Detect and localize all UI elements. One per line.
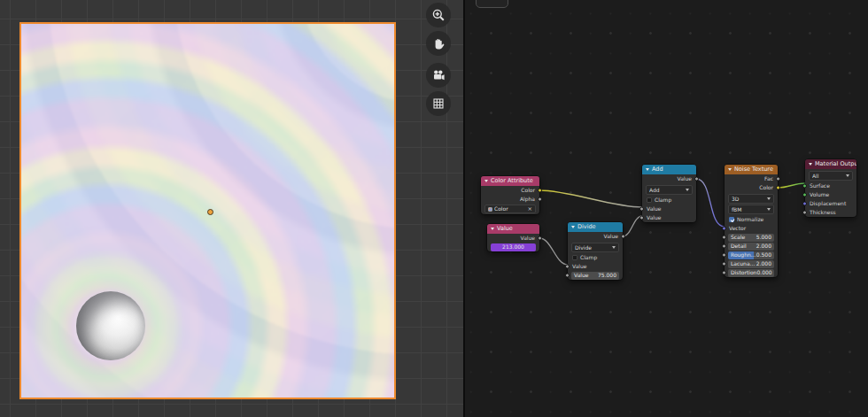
node-header[interactable]: Material Output (805, 159, 856, 169)
output-row: Fac (725, 174, 778, 183)
detail-slider-row: Detail 2.000 (725, 242, 778, 251)
output-row: Value (487, 234, 539, 243)
operation-dropdown[interactable]: Add (646, 185, 693, 195)
output-row: Color (725, 183, 778, 192)
slider-label: Lacuna... (731, 261, 755, 266)
object-origin-dot (207, 209, 213, 215)
operation-value: Add (649, 188, 684, 193)
distortion-slider[interactable]: Distortion 0.000 (728, 269, 774, 277)
image-viewport-panel[interactable] (0, 0, 463, 417)
value-input-socket[interactable] (565, 274, 570, 278)
distortion-slider-row: Distortion 0.000 (725, 268, 778, 277)
value-input-socket[interactable] (565, 265, 570, 269)
scale-slider[interactable]: Scale 5.000 (728, 234, 774, 242)
fac-output-socket[interactable] (776, 177, 780, 181)
value-output-socket[interactable] (694, 177, 699, 181)
surface-input-row: Surface (805, 181, 856, 190)
alpha-output-socket[interactable] (538, 197, 542, 202)
output-label: Color (521, 188, 535, 193)
lacunarity-input-socket[interactable] (722, 262, 726, 266)
slider-value: 213.000 (502, 244, 524, 250)
shader-node-editor-panel[interactable]: Color Attribute Color Alpha Color × Valu… (465, 0, 868, 417)
slider-label: Detail (731, 243, 747, 249)
slider-label: Distortion (731, 270, 756, 275)
node-header[interactable]: Color Attribute (481, 176, 539, 186)
node-add[interactable]: Add Value Add Clamp Value Value (642, 165, 696, 222)
chevron-down-icon[interactable] (571, 226, 575, 228)
chevron-down-icon[interactable] (491, 228, 494, 230)
value-input-socket[interactable] (639, 216, 644, 220)
node-color-attribute[interactable]: Color Attribute Color Alpha Color × (481, 176, 539, 214)
displacement-input-row: Displacement (805, 199, 856, 208)
roughness-slider[interactable]: Roughn... 0.500 (728, 251, 774, 259)
value-output-socket[interactable] (621, 235, 625, 239)
input-label: Volume (810, 192, 829, 197)
dimensions-dropdown[interactable]: 3D (728, 194, 774, 204)
volume-input-row: Volume (805, 190, 856, 199)
scale-input-socket[interactable] (722, 236, 726, 240)
attribute-name-field[interactable]: Color × (484, 205, 536, 213)
distortion-input-socket[interactable] (722, 271, 726, 275)
dimensions-value: 3D (732, 197, 765, 202)
operation-dropdown[interactable]: Divide (571, 243, 619, 252)
output-row: Value (642, 174, 696, 183)
pan-hand-icon[interactable] (426, 31, 451, 56)
output-label: Alpha (520, 197, 535, 202)
node-title: Color Attribute (491, 178, 533, 184)
detail-slider[interactable]: Detail 2.000 (728, 243, 774, 251)
clamp-checkbox[interactable] (572, 255, 577, 260)
output-label: Value (604, 234, 618, 239)
slider-value: 75.000 (598, 273, 616, 278)
surface-input-socket[interactable] (802, 184, 807, 189)
node-header[interactable]: Add (642, 165, 696, 174)
volume-input-socket[interactable] (802, 193, 807, 197)
node-noise-texture[interactable]: Noise Texture Fac Color 3D fBM Normalize (725, 165, 778, 277)
lacunarity-slider-row: Lacuna... 2.000 (725, 259, 778, 268)
value-slider[interactable]: Value 75.000 (571, 272, 619, 280)
chevron-down-icon[interactable] (809, 163, 812, 166)
input-label: Value (572, 264, 586, 269)
output-label: Value (521, 236, 535, 241)
input-row: Value (642, 213, 696, 222)
thickness-input-socket[interactable] (802, 211, 807, 215)
grid-toggle-icon[interactable] (426, 91, 451, 116)
normalize-checkbox[interactable] (729, 217, 734, 222)
clamp-row: Clamp (642, 196, 696, 205)
node-header[interactable]: Noise Texture (725, 165, 778, 174)
input-label: Value (647, 206, 661, 212)
target-dropdown[interactable]: All (809, 171, 853, 181)
value-output-socket[interactable] (538, 236, 542, 241)
thickness-input-row: Thickness (805, 208, 856, 217)
noise-type-dropdown[interactable]: fBM (728, 205, 774, 214)
input-label: Vector (729, 226, 746, 231)
clamp-label: Clamp (655, 197, 671, 203)
lacunarity-slider[interactable]: Lacuna... 2.000 (728, 260, 774, 268)
displacement-input-socket[interactable] (802, 202, 807, 206)
detail-input-socket[interactable] (722, 244, 726, 249)
input-label: Value (647, 215, 661, 220)
chevron-down-icon (767, 208, 771, 211)
clear-icon[interactable]: × (528, 206, 532, 212)
color-output-socket[interactable] (776, 186, 780, 190)
output-row: Value (568, 232, 623, 241)
camera-view-icon[interactable] (426, 63, 451, 88)
value-slider[interactable]: 213.000 (491, 243, 536, 251)
clamp-checkbox[interactable] (647, 197, 652, 203)
node-divide[interactable]: Divide Value Divide Clamp Value Va (568, 222, 623, 280)
chevron-down-icon[interactable] (484, 180, 488, 182)
node-value[interactable]: Value Value 213.000 (487, 224, 539, 251)
input-label: Thickness (810, 210, 836, 215)
attribute-name: Color (494, 206, 526, 212)
zoom-in-icon[interactable] (426, 3, 451, 27)
chevron-down-icon[interactable] (646, 168, 649, 171)
node-material-output[interactable]: Material Output All Surface Volume Displ… (805, 159, 856, 217)
vector-input-socket[interactable] (722, 227, 726, 231)
viewport-gizmo-toolbar (426, 3, 451, 116)
node-header[interactable]: Value (487, 224, 539, 234)
roughness-input-socket[interactable] (722, 253, 726, 258)
noise-type-value: fBM (732, 207, 765, 212)
value-input-socket[interactable] (639, 207, 644, 212)
node-header[interactable]: Divide (568, 222, 623, 232)
chevron-down-icon[interactable] (728, 168, 732, 171)
color-output-socket[interactable] (538, 189, 542, 193)
